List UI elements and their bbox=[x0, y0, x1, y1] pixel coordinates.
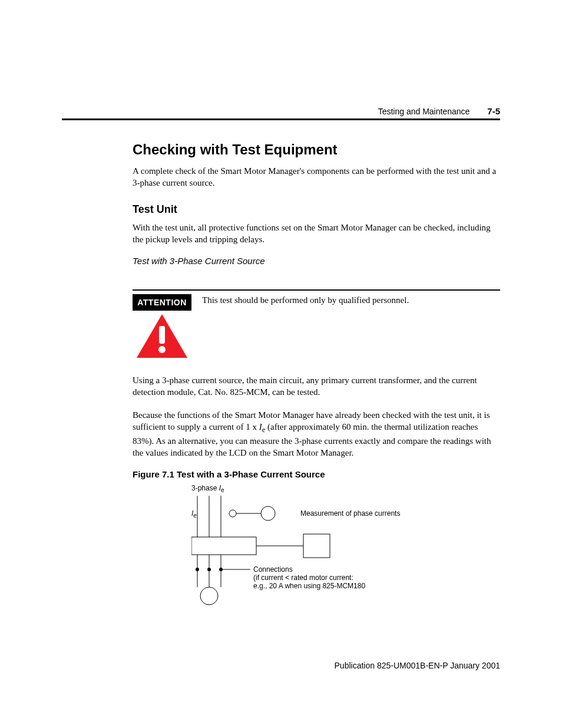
attention-rule bbox=[133, 289, 500, 291]
header-rule bbox=[62, 118, 500, 120]
section-heading-test-unit: Test Unit bbox=[133, 203, 500, 216]
subheading-3phase: Test with 3-Phase Current Source bbox=[133, 256, 500, 266]
svg-point-6 bbox=[229, 510, 236, 517]
attention-text: This test should be performed only by qu… bbox=[202, 294, 500, 306]
svg-point-18 bbox=[196, 568, 199, 571]
figure-title: Figure 7.1 Test with a 3-Phase Current S… bbox=[133, 469, 500, 479]
attention-block: ATTENTION This test should be performed … bbox=[133, 294, 500, 359]
warning-icon bbox=[133, 313, 191, 359]
diagram-label-3phase: 3-phase Ie bbox=[191, 484, 224, 493]
diagram-label-ie: Ie bbox=[191, 509, 197, 519]
intro-paragraph: A complete check of the Smart Motor Mana… bbox=[133, 165, 500, 189]
svg-rect-1 bbox=[159, 326, 165, 344]
diagram-label-connections: Connections (if current < rated motor cu… bbox=[253, 565, 365, 590]
svg-point-7 bbox=[261, 506, 275, 521]
svg-point-19 bbox=[207, 568, 211, 571]
test-unit-paragraph: With the test unit, all protective funct… bbox=[133, 222, 500, 246]
svg-point-2 bbox=[158, 346, 166, 353]
svg-point-22 bbox=[200, 587, 218, 605]
page-number: 7-5 bbox=[487, 106, 500, 116]
running-header: Testing and Maintenance 7-5 bbox=[62, 106, 500, 116]
section-name: Testing and Maintenance bbox=[378, 107, 470, 116]
figure-diagram: 3-phase Ie Ie Measurement of phase curre… bbox=[191, 484, 439, 620]
publication-footer: Publication 825-UM001B-EN-P January 2001 bbox=[62, 661, 500, 670]
page-title: Checking with Test Equipment bbox=[133, 141, 500, 158]
attention-label: ATTENTION bbox=[133, 294, 191, 311]
svg-rect-12 bbox=[191, 537, 256, 555]
diagram-label-measurement: Measurement of phase currents bbox=[300, 509, 400, 518]
svg-rect-14 bbox=[303, 534, 330, 558]
body-paragraph-3: Because the functions of the Smart Motor… bbox=[133, 409, 500, 459]
body-paragraph-2: Using a 3-phase current source, the main… bbox=[133, 374, 500, 398]
